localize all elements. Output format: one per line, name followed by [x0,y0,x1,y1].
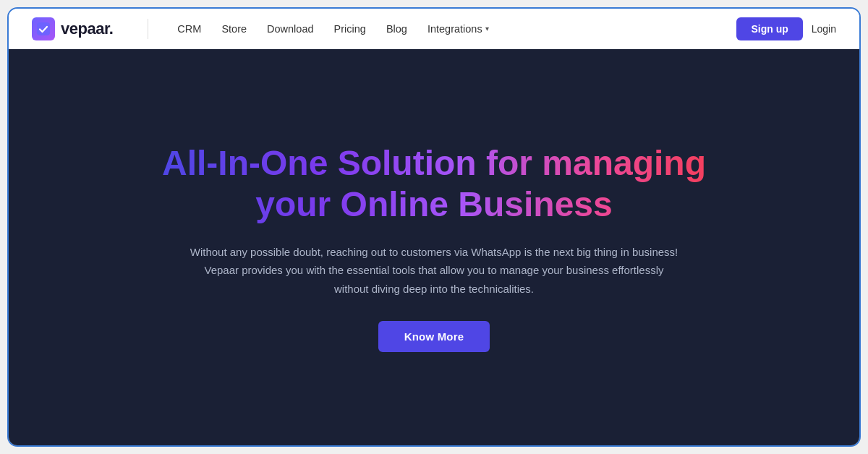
nav-actions: Sign up Login [736,17,836,40]
brand-name: vepaar. [61,20,113,38]
login-button[interactable]: Login [812,23,836,35]
logo-area: vepaar. [32,17,113,40]
know-more-button[interactable]: Know More [378,321,490,352]
navbar: vepaar. CRM Store Download Pricing Blog … [9,9,859,49]
hero-subtitle: Without any possible doubt, reaching out… [188,243,680,299]
nav-link-download[interactable]: Download [267,23,314,35]
chevron-down-icon: ▾ [485,25,489,33]
nav-link-pricing[interactable]: Pricing [334,23,366,35]
nav-link-integrations[interactable]: Integrations ▾ [427,23,489,35]
nav-link-store[interactable]: Store [221,23,247,35]
hero-section: All-In-One Solution for managing your On… [9,49,859,445]
hero-title: All-In-One Solution for managing your On… [162,142,706,226]
nav-link-crm[interactable]: CRM [177,23,201,35]
nav-link-blog[interactable]: Blog [386,23,407,35]
signup-button[interactable]: Sign up [736,17,802,40]
svg-rect-0 [37,22,50,35]
nav-divider [148,19,148,39]
logo-icon [32,17,55,40]
browser-frame: vepaar. CRM Store Download Pricing Blog … [7,7,861,447]
nav-links: CRM Store Download Pricing Blog Integrat… [177,23,713,35]
